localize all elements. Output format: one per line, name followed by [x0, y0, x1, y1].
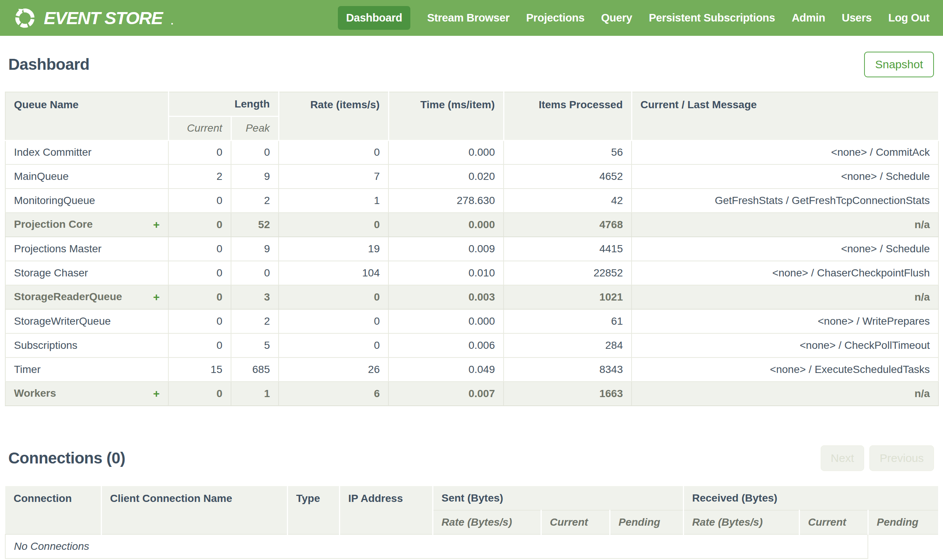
queue-items-processed: 4768 [503, 213, 631, 237]
queue-length-peak: 52 [231, 213, 279, 237]
nav-item-stream-browser[interactable]: Stream Browser [427, 6, 509, 30]
queue-rate: 104 [279, 261, 389, 285]
queue-length-current: 0 [168, 140, 231, 165]
queue-name: Projections Master [5, 237, 168, 261]
col-header-received-current: Current [799, 510, 868, 534]
nav-item-admin[interactable]: Admin [792, 6, 825, 30]
queue-length-current: 15 [168, 357, 231, 382]
col-header-sent-rate: Rate (Bytes/s) [433, 510, 541, 534]
col-header-time: Time (ms/item) [389, 92, 503, 140]
queue-name: Index Committer [5, 140, 168, 165]
queue-group-name: Workers [14, 387, 56, 399]
col-header-received-bytes: Received (Bytes) [683, 486, 938, 510]
nav-item-persistent-subscriptions[interactable]: Persistent Subscriptions [649, 6, 775, 30]
nav-item-logout[interactable]: Log Out [888, 6, 929, 30]
nav-item-projections[interactable]: Projections [526, 6, 585, 30]
queue-name: Storage Chaser [5, 261, 168, 285]
queue-time: 0.049 [389, 357, 503, 382]
col-header-client-connection-name: Client Connection Name [101, 486, 287, 534]
queue-time: 0.006 [389, 333, 503, 357]
queue-name: StorageWriterQueue [5, 309, 168, 333]
table-row: StorageWriterQueue 0 2 0 0.000 61 <none>… [5, 309, 938, 333]
col-header-message: Current / Last Message [631, 92, 938, 140]
queue-length-peak: 2 [231, 189, 279, 213]
queue-group-name: StorageReaderQueue [14, 291, 122, 302]
queue-rate: 0 [279, 333, 389, 357]
col-header-ip-address: IP Address [340, 486, 433, 534]
queue-length-current: 0 [168, 189, 231, 213]
page-title: Dashboard [8, 55, 90, 74]
queue-length-current: 0 [168, 309, 231, 333]
table-row: MonitoringQueue 0 2 1 278.630 42 GetFres… [5, 189, 938, 213]
queue-rate: 6 [279, 382, 389, 406]
col-header-rate: Rate (items/s) [279, 92, 389, 140]
queue-message: n/a [631, 382, 938, 406]
queue-message: <none> / CheckPollTimeout [631, 333, 938, 357]
queue-items-processed: 8343 [503, 357, 631, 382]
queue-items-processed: 4415 [503, 237, 631, 261]
queue-length-peak: 3 [231, 285, 279, 309]
no-connections-row: No Connections [5, 534, 938, 558]
nav-item-query[interactable]: Query [601, 6, 632, 30]
table-row: Subscriptions 0 5 0 0.006 284 <none> / C… [5, 333, 938, 357]
previous-button[interactable]: Previous [869, 445, 934, 471]
nav-item-dashboard[interactable]: Dashboard [338, 6, 411, 30]
queue-message: <none> / Schedule [631, 165, 938, 189]
queue-time: 0.007 [389, 382, 503, 406]
queue-name: Subscriptions [5, 333, 168, 357]
queue-items-processed: 1021 [503, 285, 631, 309]
queue-items-processed: 56 [503, 140, 631, 165]
table-row-expandable: StorageReaderQueue + 0 3 0 0.003 1021 n/… [5, 285, 938, 309]
queue-length-current: 0 [168, 333, 231, 357]
queue-length-current: 0 [168, 382, 231, 406]
expand-icon[interactable]: + [153, 218, 160, 231]
next-button[interactable]: Next [821, 445, 864, 471]
dashboard-page: Dashboard Snapshot Queue Name Length Rat… [0, 52, 943, 559]
queue-rate: 0 [279, 213, 389, 237]
queue-rate: 0 [279, 140, 389, 165]
queue-name: MainQueue [5, 165, 168, 189]
queue-length-peak: 9 [231, 165, 279, 189]
col-header-received-rate: Rate (Bytes/s) [683, 510, 799, 534]
connections-table: Connection Client Connection Name Type I… [5, 486, 939, 559]
table-row-expandable: Workers + 0 1 6 0.007 1663 n/a [5, 382, 938, 406]
queue-time: 0.000 [389, 140, 503, 165]
table-row-expandable: Projection Core + 0 52 0 0.000 4768 n/a [5, 213, 938, 237]
queue-rate: 7 [279, 165, 389, 189]
queue-name: Timer [5, 357, 168, 382]
queue-time: 0.020 [389, 165, 503, 189]
eventstore-logo-icon [14, 7, 36, 29]
queue-length-current: 0 [168, 261, 231, 285]
expand-icon[interactable]: + [153, 387, 160, 400]
queue-length-peak: 685 [231, 357, 279, 382]
brand-name: EVENT STORE [44, 8, 162, 28]
queue-message: GetFreshStats / GetFreshTcpConnectionSta… [631, 189, 938, 213]
nav-item-users[interactable]: Users [842, 6, 872, 30]
queue-name: MonitoringQueue [5, 189, 168, 213]
top-nav: EVENT STORE . Dashboard Stream Browser P… [0, 0, 943, 36]
queue-time: 0.000 [389, 213, 503, 237]
queue-items-processed: 1663 [503, 382, 631, 406]
queue-length-peak: 1 [231, 382, 279, 406]
expand-icon[interactable]: + [153, 291, 160, 303]
queue-message: <none> / CommitAck [631, 140, 938, 165]
queue-message: <none> / ExecuteScheduledTasks [631, 357, 938, 382]
queue-time: 278.630 [389, 189, 503, 213]
no-connections-message: No Connections [5, 534, 868, 558]
col-header-length-peak: Peak [231, 116, 279, 140]
col-header-sent-bytes: Sent (Bytes) [433, 486, 683, 510]
table-row: Timer 15 685 26 0.049 8343 <none> / Exec… [5, 357, 938, 382]
queue-length-peak: 0 [231, 261, 279, 285]
queue-items-processed: 42 [503, 189, 631, 213]
queue-length-current: 2 [168, 165, 231, 189]
queue-items-processed: 284 [503, 333, 631, 357]
queue-time: 0.000 [389, 309, 503, 333]
table-row: MainQueue 2 9 7 0.020 4652 <none> / Sche… [5, 165, 938, 189]
col-header-connection: Connection [5, 486, 101, 534]
snapshot-button[interactable]: Snapshot [864, 52, 934, 77]
queue-length-peak: 0 [231, 140, 279, 165]
queue-rate: 19 [279, 237, 389, 261]
queue-length-current: 0 [168, 285, 231, 309]
connections-title: Connections (0) [8, 449, 125, 467]
queues-table: Queue Name Length Rate (items/s) Time (m… [5, 92, 939, 406]
